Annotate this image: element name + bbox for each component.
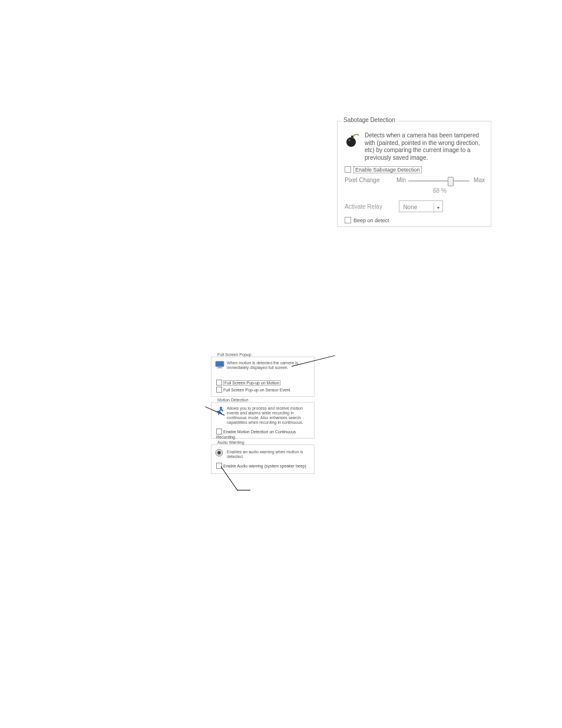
fullscreen-sensor-row[interactable]: Full Screen Pop-up on Sensor Event — [216, 387, 290, 393]
fullscreen-motion-checkbox[interactable] — [216, 380, 222, 386]
svg-rect-4 — [218, 367, 222, 368]
audio-warning-group: Audio Warning Enables an audio warning w… — [211, 444, 315, 474]
svg-rect-1 — [351, 136, 353, 139]
activate-relay-label: Activate Relay — [345, 203, 382, 210]
enable-sabotage-label: Enable Sabotage Detection — [353, 166, 422, 173]
sabotage-title: Sabotage Detection — [341, 117, 398, 123]
pixel-change-slider-track[interactable] — [408, 180, 470, 182]
pixel-change-min-label: Min — [396, 177, 406, 183]
pixel-change-label: Pixel Change — [345, 177, 379, 183]
motion-enable-label: Enable Motion Detection on Continuous Re… — [216, 430, 296, 439]
fullscreen-motion-row[interactable]: Full Screen Pop-up on Motion — [216, 380, 280, 386]
fullscreen-title: Full Screen Popup — [215, 353, 254, 357]
svg-point-9 — [219, 452, 220, 453]
monitor-icon — [215, 361, 224, 369]
svg-rect-3 — [216, 361, 224, 367]
motion-detection-group: Motion Detection Allows you to process a… — [211, 402, 315, 439]
svg-rect-5 — [217, 368, 223, 368]
fullscreen-description: When motion is detected the camera is im… — [227, 361, 310, 370]
fullscreen-popup-group: Full Screen Popup When motion is detecte… — [211, 357, 315, 397]
pixel-change-max-label: Max — [474, 177, 485, 183]
speaker-icon — [215, 449, 223, 457]
enable-sabotage-checkbox[interactable] — [345, 166, 351, 173]
audio-enable-row[interactable]: Enable Audio warning (system speaker bee… — [216, 463, 306, 469]
beep-label: Beep on detect — [353, 218, 389, 223]
motion-enable-checkbox[interactable] — [216, 429, 222, 434]
fullscreen-motion-label: Full Screen Pop-up on Motion — [223, 380, 280, 386]
audio-description: Enables an audio warning when motion is … — [227, 450, 310, 459]
pixel-change-percent: 68 % — [433, 187, 447, 194]
svg-point-0 — [346, 137, 356, 147]
svg-point-2 — [348, 139, 351, 141]
motion-description: Allows you to process and receive motion… — [227, 406, 310, 425]
bomb-icon — [345, 132, 360, 147]
beep-row[interactable]: Beep on detect — [345, 215, 389, 225]
sabotage-description: Detects when a camera has been tampered … — [365, 132, 482, 162]
enable-sabotage-row[interactable]: Enable Sabotage Detection — [345, 164, 422, 174]
activate-relay-select[interactable]: None▾ — [399, 200, 443, 212]
fullscreen-sensor-checkbox[interactable] — [216, 387, 222, 393]
beep-checkbox[interactable] — [345, 217, 351, 223]
motion-enable-row[interactable]: Enable Motion Detection on Continuous Re… — [216, 429, 314, 439]
fullscreen-sensor-label: Full Screen Pop-up on Sensor Event — [223, 388, 290, 392]
activate-relay-value: None — [399, 202, 434, 213]
motion-title: Motion Detection — [215, 398, 251, 402]
audio-title: Audio Warning — [215, 440, 247, 444]
chevron-down-icon: ▾ — [434, 203, 442, 213]
callout-line — [237, 490, 250, 490]
pixel-change-slider-thumb[interactable] — [448, 177, 454, 186]
activate-relay-row: Activate Relay None▾ — [345, 200, 443, 212]
sabotage-detection-group: Sabotage Detection Detects when a camera… — [337, 121, 491, 227]
audio-enable-label: Enable Audio warning (system speaker bee… — [223, 464, 306, 468]
